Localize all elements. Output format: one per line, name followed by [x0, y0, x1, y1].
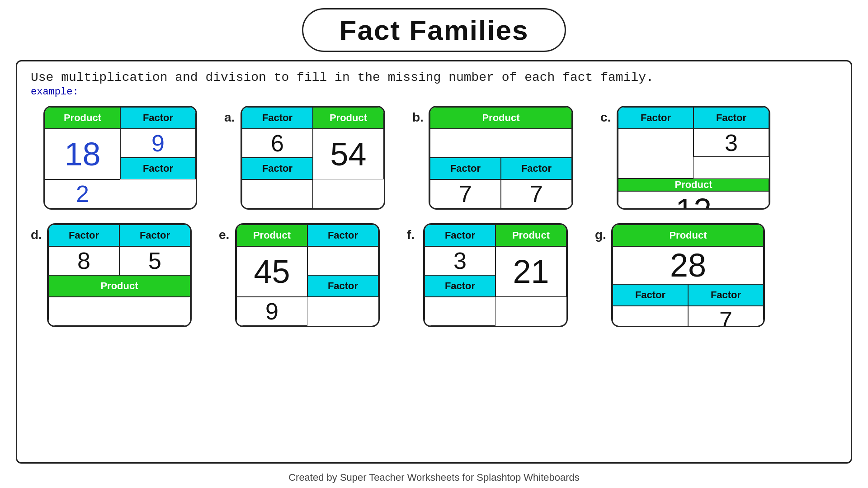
cards-row-1: Product Factor 18 9 Factor 2 a. Factor P… — [31, 106, 837, 210]
c-product-value: 12 — [618, 191, 769, 210]
f-product-value: 21 — [495, 246, 566, 297]
ex-factor2-label: Factor — [120, 158, 196, 179]
card-f: Factor Product 3 21 Factor — [423, 223, 568, 327]
ex-product-value: 18 — [45, 129, 120, 179]
card-g: Product 28 Factor Factor 7 — [611, 223, 765, 327]
ex-product-label: Product — [45, 107, 120, 129]
ex-factor1-value: 9 — [120, 129, 196, 158]
d-factor2-label: Factor — [119, 225, 190, 246]
f-factor1-label: Factor — [425, 225, 495, 246]
c-factor2-label: Factor — [693, 107, 769, 129]
b-product-label: Product — [430, 107, 572, 129]
card-a-wrapper: a. Factor Product 6 54 Factor — [224, 106, 399, 210]
card-f-label: f. — [407, 228, 420, 242]
b-factor1-label: Factor — [430, 158, 501, 179]
card-c-label: c. — [600, 110, 613, 125]
card-b-wrapper: b. Product Factor Factor 7 7 — [412, 106, 587, 210]
card-g-label: g. — [595, 228, 608, 242]
e-factor2-value: 9 — [236, 297, 307, 326]
a-factor1-value: 6 — [242, 129, 313, 158]
card-a: Factor Product 6 54 Factor — [241, 106, 385, 210]
card-b-label: b. — [412, 110, 425, 125]
card-d-wrapper: d. Factor Factor 8 5 Product — [31, 223, 205, 327]
ex-factor-label: Factor — [120, 107, 196, 129]
e-product-value: 45 — [236, 246, 307, 297]
c-product-label: Product — [618, 178, 769, 191]
title-container: Fact Families — [302, 8, 566, 52]
card-d: Factor Factor 8 5 Product — [47, 223, 192, 327]
g-product-value: 28 — [613, 246, 764, 284]
card-e-wrapper: e. Product Factor 45 Factor 9 — [219, 223, 393, 327]
e-factor1-label: Factor — [307, 225, 378, 246]
instruction-text: Use multiplication and division to fill … — [31, 70, 837, 84]
a-factor2-value — [242, 179, 313, 208]
card-a-label: a. — [224, 110, 237, 125]
e-factor2-label: Factor — [307, 275, 378, 297]
d-product-value — [48, 297, 190, 326]
page-title: Fact Families — [340, 14, 529, 46]
a-factor-label: Factor — [242, 107, 313, 129]
c-factor1-value — [618, 129, 693, 178]
b-factor2-label: Factor — [501, 158, 572, 179]
d-product-label: Product — [48, 275, 190, 297]
card-b: Product Factor Factor 7 7 — [429, 106, 573, 210]
d-factor1-label: Factor — [48, 225, 119, 246]
ex-factor2-value: 2 — [45, 179, 120, 208]
g-factor2-value: 7 — [688, 306, 764, 327]
card-c-wrapper: c. Factor Factor 3 Product 12 — [600, 106, 784, 210]
example-card-wrapper: Product Factor 18 9 Factor 2 — [31, 106, 211, 210]
a-product-value: 54 — [313, 129, 384, 179]
a-factor2-label: Factor — [242, 158, 313, 179]
card-c: Factor Factor 3 Product 12 — [617, 106, 770, 210]
f-factor2-value — [425, 297, 495, 326]
d-factor2-value: 5 — [119, 246, 190, 275]
g-factor1-value — [613, 306, 688, 327]
card-f-wrapper: f. Factor Product 3 21 Factor — [407, 223, 581, 327]
g-factor2-label: Factor — [688, 284, 764, 306]
example-label: example: — [31, 86, 837, 98]
card-e: Product Factor 45 Factor 9 — [235, 223, 380, 327]
d-factor1-value: 8 — [48, 246, 119, 275]
b-factor2-value: 7 — [501, 179, 572, 208]
example-card: Product Factor 18 9 Factor 2 — [43, 106, 197, 210]
cards-row-2: d. Factor Factor 8 5 Product e. Product … — [31, 223, 837, 327]
f-factor1-value: 3 — [425, 246, 495, 275]
b-factor1-value: 7 — [430, 179, 501, 208]
g-product-label: Product — [613, 225, 764, 246]
e-product-label: Product — [236, 225, 307, 246]
b-product-value — [430, 129, 572, 158]
e-factor1-value — [307, 246, 378, 275]
a-product-label: Product — [313, 107, 384, 129]
c-factor2-value: 3 — [693, 129, 769, 157]
c-factor1-label: Factor — [618, 107, 693, 129]
card-g-wrapper: g. Product 28 Factor Factor 7 — [595, 223, 778, 327]
f-product-label: Product — [495, 225, 566, 246]
card-e-label: e. — [219, 228, 231, 242]
footer: Created by Super Teacher Worksheets for … — [288, 468, 580, 488]
f-factor2-label: Factor — [425, 275, 495, 297]
g-factor1-label: Factor — [613, 284, 688, 306]
card-d-label: d. — [31, 228, 43, 242]
main-border: Use multiplication and division to fill … — [16, 60, 852, 464]
